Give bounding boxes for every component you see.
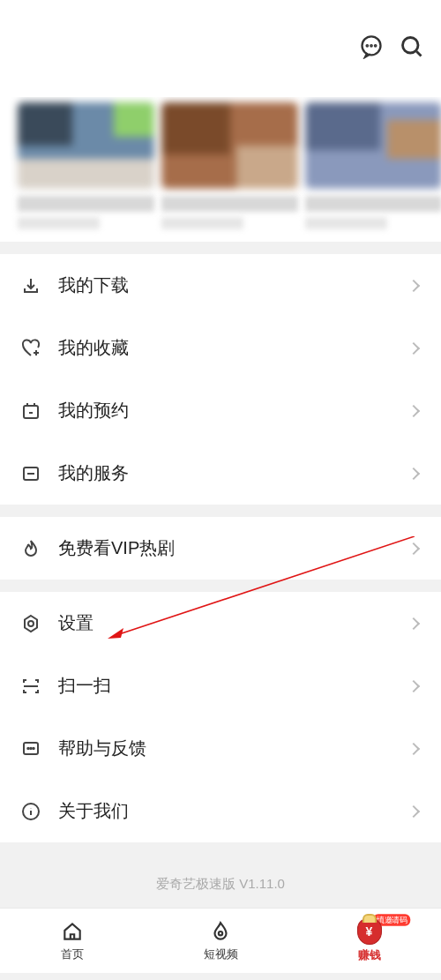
tab-label: 首页	[61, 946, 84, 962]
heart-plus-icon	[19, 337, 42, 360]
history-item[interactable]	[161, 102, 298, 229]
chevron-right-icon	[407, 404, 420, 416]
svg-marker-8	[25, 616, 37, 632]
svg-point-13	[33, 747, 34, 749]
search-icon[interactable]	[399, 34, 425, 60]
menu-label: 关于我们	[58, 799, 393, 823]
menu-group-system: 设置 扫一扫 帮助与反馈 关于我们	[0, 592, 441, 842]
menu-label: 免费看VIP热剧	[58, 536, 393, 560]
menu-label: 我的服务	[58, 461, 393, 485]
chevron-right-icon	[407, 341, 420, 354]
header	[0, 0, 441, 97]
menu-label: 我的预约	[58, 399, 393, 423]
menu-group-personal: 我的下载 我的收藏 我的预约 我的服务	[0, 254, 441, 505]
info-icon	[19, 800, 42, 823]
bottom-tabbar: 首页 短视频 填邀请码 ¥ 赚钱	[0, 908, 441, 973]
history-item[interactable]	[18, 102, 154, 229]
menu-group-vip: 免费看VIP热剧	[0, 517, 441, 580]
feedback-icon	[19, 737, 42, 760]
menu-free-vip[interactable]: 免费看VIP热剧	[0, 517, 441, 580]
fire-icon	[19, 537, 42, 560]
download-icon	[19, 274, 42, 297]
tab-earn-money[interactable]: 填邀请码 ¥ 赚钱	[357, 918, 382, 963]
svg-point-1	[367, 45, 368, 46]
svg-point-12	[30, 747, 32, 749]
calendar-icon	[19, 400, 42, 423]
menu-label: 设置	[58, 611, 393, 635]
scan-icon	[19, 675, 42, 698]
svg-point-4	[403, 38, 419, 54]
tab-home[interactable]: 首页	[60, 919, 85, 962]
menu-settings[interactable]: 设置	[0, 592, 441, 655]
svg-point-2	[370, 45, 371, 46]
menu-label: 我的下载	[58, 273, 393, 297]
gear-icon	[19, 612, 42, 635]
history-item[interactable]	[305, 102, 441, 229]
home-icon	[60, 919, 85, 944]
menu-services[interactable]: 我的服务	[0, 442, 441, 505]
menu-label: 我的收藏	[58, 336, 393, 360]
chevron-right-icon	[407, 467, 420, 479]
chevron-right-icon	[407, 542, 420, 554]
chevron-right-icon	[407, 679, 420, 692]
droplet-fire-icon	[208, 919, 233, 944]
svg-point-9	[28, 621, 34, 626]
svg-line-5	[416, 51, 421, 56]
svg-point-3	[375, 45, 376, 46]
messages-icon[interactable]	[358, 34, 385, 60]
menu-scan[interactable]: 扫一扫	[0, 655, 441, 717]
tab-short-video[interactable]: 短视频	[204, 919, 238, 962]
tab-label: 短视频	[204, 946, 238, 962]
chevron-right-icon	[407, 617, 420, 629]
services-icon	[19, 462, 42, 485]
chevron-right-icon	[407, 804, 420, 817]
menu-favorites[interactable]: 我的收藏	[0, 317, 441, 379]
menu-downloads[interactable]: 我的下载	[0, 254, 441, 317]
history-thumbnails[interactable]	[0, 97, 441, 242]
chevron-right-icon	[407, 742, 420, 754]
menu-about[interactable]: 关于我们	[0, 780, 441, 842]
svg-point-17	[219, 931, 222, 935]
chevron-right-icon	[407, 279, 420, 291]
menu-reservations[interactable]: 我的预约	[0, 379, 441, 442]
money-bag-icon: ¥	[357, 918, 382, 945]
menu-label: 扫一扫	[58, 674, 393, 698]
version-text: 爱奇艺极速版 V1.11.0	[0, 842, 441, 910]
menu-label: 帮助与反馈	[58, 737, 393, 760]
tab-label: 赚钱	[358, 947, 381, 963]
svg-point-11	[27, 747, 29, 749]
menu-help[interactable]: 帮助与反馈	[0, 717, 441, 780]
